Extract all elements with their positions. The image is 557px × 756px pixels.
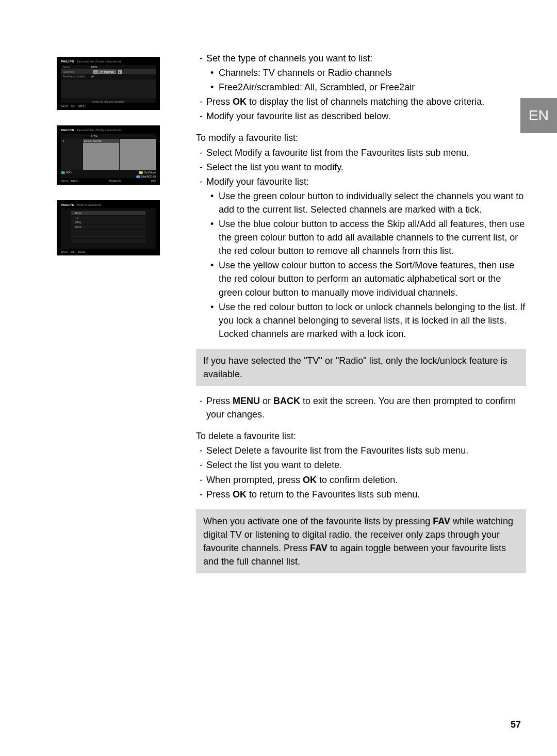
list-item[interactable]: FAV2 (71, 225, 145, 229)
yellow-chip-icon (139, 171, 143, 174)
text: Use the blue colour button to access the… (219, 217, 526, 258)
text: Select Modify a favourite list from the … (206, 146, 526, 159)
heading: To modify a favourite list: (196, 131, 526, 144)
footer-ok: OK (71, 250, 75, 253)
brand-logo: PHILIPS (61, 203, 74, 206)
list-title: FAV1 (91, 134, 97, 137)
text: Modify your favourite list as described … (206, 109, 526, 123)
footer-back: BACK (61, 180, 68, 183)
legend-skip: Skip/ADD All (141, 175, 156, 178)
text: Use the red colour button to lock or unl… (219, 300, 526, 341)
screenshot-modify-fav-detail: PHILIPS Favourites lists | Modify a favo… (57, 125, 160, 185)
legend-add: ADD (66, 171, 72, 174)
row-number: 1 (63, 139, 64, 142)
status-text: A new list has been created! (61, 100, 156, 103)
list-item (71, 239, 145, 243)
screenshots-column: PHILIPS Favourites lists | Create a favo… (31, 52, 186, 582)
prev-arrow-icon[interactable]: ◂ (93, 70, 97, 74)
screenshot-modify-fav-list: PHILIPS Modify a favourite list Radio TV… (57, 200, 160, 255)
field-value: All (91, 75, 94, 78)
screenshot-create-fav: PHILIPS Favourites lists | Create a favo… (57, 57, 160, 110)
legend-sort: Sort/Move (144, 171, 156, 174)
green-chip-icon (61, 171, 65, 174)
page-content: PHILIPS Favourites lists | Create a favo… (31, 52, 526, 582)
footer-menu: MENU (78, 250, 86, 253)
text: Use the yellow colour button to access t… (219, 259, 526, 299)
brand-logo: PHILIPS (61, 128, 74, 132)
text: Press MENU or BACK to exit the screen. Y… (206, 394, 526, 421)
text: Channels: TV channels or Radio channels (219, 66, 526, 79)
footer-tvradio: TV/RADIO (81, 180, 148, 183)
text: Use the green colour button to individua… (219, 189, 526, 216)
text: Set the type of channels you want to lis… (206, 52, 526, 65)
language-tab: EN (520, 98, 557, 133)
list-item[interactable]: FAV1 (71, 220, 145, 224)
footer-menu: MENU (71, 180, 79, 183)
footer-back: BACK (61, 250, 68, 253)
blue-chip-icon (136, 175, 140, 178)
text: Modify your favourite list: (206, 175, 526, 188)
text: Press OK to return to the Favourites lis… (206, 488, 526, 501)
field-label: Free2air/scrambled (63, 75, 91, 78)
footer-back: BACK (61, 105, 68, 108)
field-label: Channels (63, 70, 91, 73)
list-item[interactable]: Radio (71, 211, 145, 215)
text: Select Delete a favourite list from the … (206, 444, 526, 457)
dropdown-value[interactable]: TV channels (97, 70, 116, 74)
next-arrow-icon[interactable]: ▸ (118, 70, 122, 74)
footer-menu: MENU (78, 105, 86, 108)
footer-ok: OK (71, 105, 75, 108)
list-item (71, 234, 145, 238)
info-box: If you have selected the "TV" or "Radio"… (196, 349, 526, 386)
text: Select the list you want to modify. (206, 160, 526, 174)
breadcrumb: Favourites lists | Modify a favourite li… (77, 128, 120, 132)
text: Press OK to display the list of channels… (206, 95, 526, 108)
channel-row[interactable]: Default Service (83, 139, 119, 143)
page-number: 57 (511, 719, 521, 730)
instruction-text: Set the type of channels you want to lis… (196, 52, 526, 582)
footer-fav: FAV (151, 180, 156, 183)
list-item (71, 230, 145, 234)
heading: To delete a favourite list: (196, 429, 526, 443)
info-box: When you activate one of the favourite l… (196, 509, 526, 573)
field-label: Name (63, 66, 91, 69)
text: Free2Air/scrambled: All, Scrambled, or F… (219, 81, 526, 94)
brand-logo: PHILIPS (61, 60, 74, 63)
text: When prompted, press OK to confirm delet… (206, 473, 526, 487)
field-value: FAV2 (91, 66, 97, 69)
breadcrumb: Modify a favourite list (77, 203, 101, 206)
list-item[interactable]: TV (71, 216, 145, 220)
breadcrumb: Favourites lists | Create a favourite li… (77, 60, 121, 63)
text: Select the list you want to delete. (206, 458, 526, 472)
